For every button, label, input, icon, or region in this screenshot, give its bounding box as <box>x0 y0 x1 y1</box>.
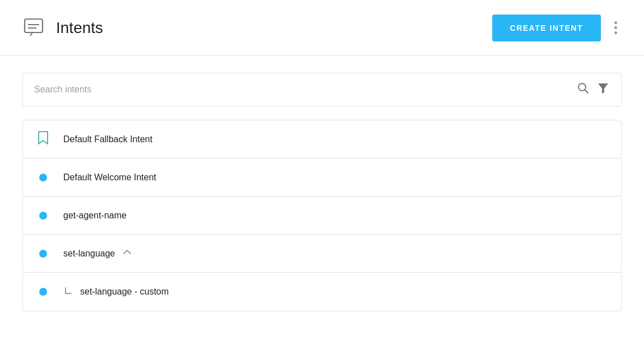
intent-label: Default Welcome Intent <box>63 172 156 183</box>
intent-dot <box>39 250 47 258</box>
sub-arrow-icon <box>63 286 73 298</box>
intent-icon-language <box>34 250 52 258</box>
intent-label: set-language <box>63 249 115 259</box>
search-icons <box>576 81 610 98</box>
chevron-up-icon[interactable] <box>122 247 132 260</box>
intent-dot <box>39 174 47 181</box>
page-title: Intents <box>56 19 103 37</box>
page-header: Intents CREATE INTENT <box>0 0 644 56</box>
svg-line-4 <box>585 90 589 94</box>
intent-icon-welcome <box>34 174 52 181</box>
intent-dot <box>39 288 47 296</box>
svg-marker-5 <box>598 83 608 94</box>
main-content: Default Fallback Intent Default Welcome … <box>0 56 644 328</box>
header-right: CREATE INTENT <box>492 15 622 41</box>
svg-rect-0 <box>25 19 43 32</box>
intents-list: Default Fallback Intent Default Welcome … <box>22 120 622 311</box>
intents-icon <box>22 16 47 40</box>
filter-icon[interactable] <box>596 81 610 98</box>
more-dot-2 <box>614 26 617 29</box>
search-input[interactable] <box>34 85 576 95</box>
header-left: Intents <box>22 16 103 40</box>
intent-icon-language-custom <box>34 288 52 296</box>
more-dot-1 <box>614 21 617 24</box>
intent-item[interactable]: set-language <box>23 235 621 273</box>
search-box <box>22 73 622 106</box>
create-intent-button[interactable]: CREATE INTENT <box>492 15 601 41</box>
intent-icon-fallback <box>34 130 52 148</box>
intent-item[interactable]: Default Welcome Intent <box>23 158 621 197</box>
more-dot-3 <box>614 31 617 34</box>
intent-label: Default Fallback Intent <box>63 134 152 144</box>
intent-label: set-language - custom <box>80 287 169 297</box>
intent-item-child[interactable]: set-language - custom <box>23 273 621 311</box>
search-icon[interactable] <box>576 81 590 98</box>
intent-item[interactable]: Default Fallback Intent <box>23 120 621 158</box>
intent-label: get-agent-name <box>63 211 127 221</box>
intent-item[interactable]: get-agent-name <box>23 197 621 235</box>
more-options-button[interactable] <box>610 17 622 39</box>
sub-indent: set-language - custom <box>63 286 169 298</box>
intent-icon-agent <box>34 212 52 220</box>
bookmark-icon <box>37 130 49 148</box>
intent-dot <box>39 212 47 220</box>
